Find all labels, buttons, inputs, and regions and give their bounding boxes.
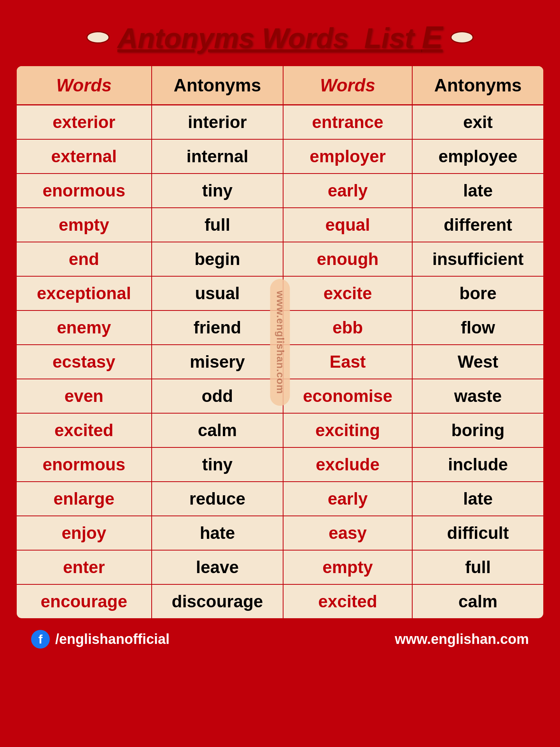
word-cell: encourage [17, 584, 152, 618]
antonym-cell: begin [152, 242, 283, 276]
word-cell: equal [283, 208, 412, 242]
antonym-cell: misery [152, 345, 283, 379]
antonym-cell: waste [412, 379, 543, 413]
table-row: enjoyhateeasydifficult [17, 516, 543, 550]
word-cell: enormous [17, 174, 152, 208]
word-cell: empty [17, 208, 152, 242]
word-cell: ecstasy [17, 345, 152, 379]
antonym-cell: usual [152, 276, 283, 310]
facebook-icon: f [31, 630, 50, 649]
antonym-cell: odd [152, 379, 283, 413]
table-row: endbeginenoughinsufficient [17, 242, 543, 276]
word-cell: employer [283, 139, 412, 174]
word-cell: economise [283, 379, 412, 413]
word-cell: enough [283, 242, 412, 276]
word-cell: enter [17, 550, 152, 584]
col-header-words-2: Words [283, 66, 412, 105]
word-cell: enlarge [17, 482, 152, 516]
main-container: Antonyms Words List E www.englishan.com … [16, 12, 544, 652]
antonym-cell: flow [412, 310, 543, 345]
antonym-cell: hate [152, 516, 283, 550]
word-cell: enemy [17, 310, 152, 345]
antonym-cell: internal [152, 139, 283, 174]
table-row: ecstasymiseryEastWest [17, 345, 543, 379]
title-bar: Antonyms Words List E [16, 12, 544, 65]
word-cell: enormous [17, 447, 152, 482]
col-header-antonyms-1: Antonyms [152, 66, 283, 105]
table-row: enlargereduceearlylate [17, 482, 543, 516]
word-cell: East [283, 345, 412, 379]
word-cell: empty [283, 550, 412, 584]
table-wrapper: www.englishan.com Words Antonyms Words A… [16, 65, 544, 619]
table-row: exteriorinteriorentranceexit [17, 105, 543, 140]
table-row: encouragediscourageexcitedcalm [17, 584, 543, 618]
antonym-cell: late [412, 482, 543, 516]
word-cell: enjoy [17, 516, 152, 550]
antonym-cell: insufficient [412, 242, 543, 276]
word-cell: excited [283, 584, 412, 618]
table-row: enemyfriendebbflow [17, 310, 543, 345]
word-cell: end [17, 242, 152, 276]
antonym-cell: friend [152, 310, 283, 345]
antonym-cell: calm [412, 584, 543, 618]
antonym-cell: interior [152, 105, 283, 140]
antonym-cell: employee [412, 139, 543, 174]
antonym-cell: tiny [152, 174, 283, 208]
antonym-cell: late [412, 174, 543, 208]
antonym-cell: full [412, 550, 543, 584]
word-cell: early [283, 482, 412, 516]
table-row: enterleaveemptyfull [17, 550, 543, 584]
footer: f /englishanofficial www.englishan.com [16, 621, 544, 652]
antonym-cell: West [412, 345, 543, 379]
right-oval [450, 31, 474, 44]
col-header-words-1: Words [17, 66, 152, 105]
word-cell: excited [17, 413, 152, 447]
table-row: emptyfullequaldifferent [17, 208, 543, 242]
table-row: evenoddeconomisewaste [17, 379, 543, 413]
antonym-cell: bore [412, 276, 543, 310]
table-row: enormoustinyexcludeinclude [17, 447, 543, 482]
table-row: externalinternalemployeremployee [17, 139, 543, 174]
page-title: Antonyms Words List E [117, 19, 443, 55]
word-cell: ebb [283, 310, 412, 345]
antonym-cell: include [412, 447, 543, 482]
table-header-row: Words Antonyms Words Antonyms [17, 66, 543, 105]
antonym-cell: calm [152, 413, 283, 447]
antonym-cell: tiny [152, 447, 283, 482]
table-row: enormoustinyearlylate [17, 174, 543, 208]
word-cell: exciting [283, 413, 412, 447]
footer-website: www.englishan.com [395, 631, 529, 647]
word-cell: even [17, 379, 152, 413]
antonym-cell: boring [412, 413, 543, 447]
word-cell: entrance [283, 105, 412, 140]
antonym-cell: difficult [412, 516, 543, 550]
word-cell: exclude [283, 447, 412, 482]
col-header-antonyms-2: Antonyms [412, 66, 543, 105]
antonym-cell: exit [412, 105, 543, 140]
antonym-cell: different [412, 208, 543, 242]
word-cell: easy [283, 516, 412, 550]
word-cell: early [283, 174, 412, 208]
footer-social: f /englishanofficial [31, 630, 170, 649]
social-handle: /englishanofficial [55, 631, 170, 647]
left-oval [86, 31, 110, 44]
word-cell: exterior [17, 105, 152, 140]
word-cell: external [17, 139, 152, 174]
table-row: excitedcalmexcitingboring [17, 413, 543, 447]
antonym-cell: full [152, 208, 283, 242]
antonym-cell: reduce [152, 482, 283, 516]
antonym-cell: discourage [152, 584, 283, 618]
table-body: exteriorinteriorentranceexitexternalinte… [17, 105, 543, 619]
word-cell: exceptional [17, 276, 152, 310]
antonym-cell: leave [152, 550, 283, 584]
antonyms-table: Words Antonyms Words Antonyms exteriorin… [17, 66, 543, 618]
table-row: exceptionalusualexcitebore [17, 276, 543, 310]
word-cell: excite [283, 276, 412, 310]
